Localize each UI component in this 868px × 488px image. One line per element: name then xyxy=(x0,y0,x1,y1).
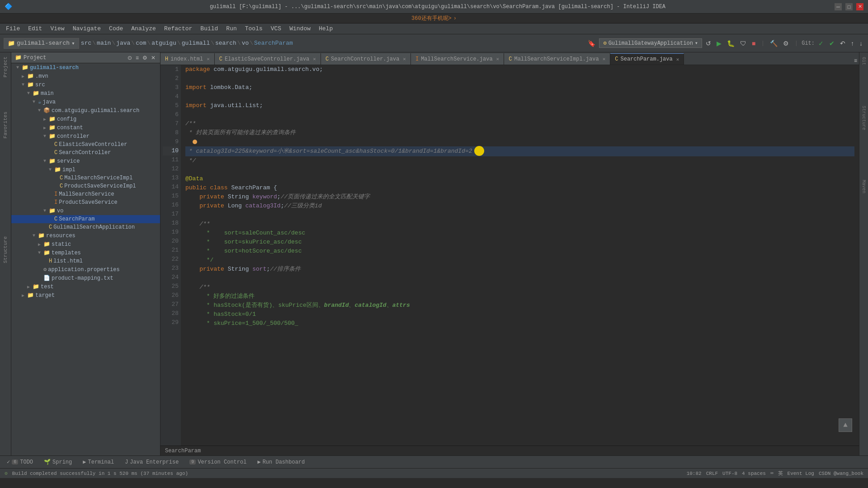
tree-constant[interactable]: ▶ 📁 constant xyxy=(11,123,160,132)
tree-list-html[interactable]: ▶ H list.html xyxy=(11,257,160,265)
tab-overflow-button[interactable]: ≡ xyxy=(852,56,859,65)
tree-controller[interactable]: ▼ 📁 controller xyxy=(11,132,160,141)
settings-tree-button[interactable]: ⚙ xyxy=(142,55,148,61)
tree-src[interactable]: ▼ 📁 src xyxy=(11,80,160,89)
minimize-button[interactable]: ─ xyxy=(835,3,842,10)
close-button[interactable]: ✕ xyxy=(856,3,863,10)
menu-tools[interactable]: Tools xyxy=(241,24,266,33)
scroll-up-button[interactable]: ▲ xyxy=(839,418,852,432)
tree-static[interactable]: ▶ 📁 static xyxy=(11,240,160,249)
menu-analyze[interactable]: Analyze xyxy=(127,24,160,33)
tab-mall-search-impl[interactable]: C MallSearchServiceImpl.java ✕ xyxy=(504,53,610,65)
tree-mall-search-impl[interactable]: ▶ C MallSearchServiceImpl xyxy=(11,174,160,182)
debug-button[interactable]: 🐛 xyxy=(725,39,736,48)
menu-edit[interactable]: Edit xyxy=(24,24,46,33)
close-panel-button[interactable]: ✕ xyxy=(150,55,156,61)
menu-run[interactable]: Run xyxy=(222,24,240,33)
tree-elastic-save[interactable]: ▶ C ElasticSaveController xyxy=(11,141,160,149)
sync-button[interactable]: ⊙ xyxy=(127,55,133,61)
tree-config[interactable]: ▶ 📁 config xyxy=(11,115,160,123)
tree-target[interactable]: ▶ 📁 target xyxy=(11,291,160,300)
close-tab-mall-impl[interactable]: ✕ xyxy=(603,56,606,62)
tree-search-controller[interactable]: ▶ C SearchController xyxy=(11,149,160,157)
tree-product-save-impl[interactable]: ▶ C ProductSaveServiceImpl xyxy=(11,182,160,190)
run-config-selector[interactable]: ⚙ GulimallGatewayApplication ▾ xyxy=(599,38,702,48)
git-tick-button[interactable]: ✔ xyxy=(827,39,836,48)
code-content[interactable]: package com.atguigu.gulimall.search.vo; … xyxy=(181,65,859,446)
tree-templates[interactable]: ▼ 📁 templates xyxy=(11,249,160,257)
tree-main[interactable]: ▼ 📁 main xyxy=(11,89,160,98)
run-button[interactable]: ▶ xyxy=(715,39,723,48)
terminal-tab[interactable]: ▶ Terminal xyxy=(78,458,118,466)
project-sidebar-icon[interactable]: Project xyxy=(2,55,9,79)
structure-right-icon[interactable]: Structure xyxy=(861,106,866,130)
tree-resources[interactable]: ▼ 📁 resources xyxy=(11,231,160,240)
menu-view[interactable]: View xyxy=(47,24,68,33)
code-editor[interactable]: 1 2 3 4 5 6 7 8 9 10 11 12 13 14 15 16 1… xyxy=(160,65,859,446)
project-selector[interactable]: 📁 gulimall-search ▾ xyxy=(4,38,79,49)
spring-tab[interactable]: 🌱 Spring xyxy=(39,458,76,466)
refresh-button[interactable]: ↺ xyxy=(704,39,713,48)
stop-button[interactable]: ■ xyxy=(750,39,757,48)
close-tab-elastic[interactable]: ✕ xyxy=(313,56,316,62)
tree-service[interactable]: ▼ 📁 service xyxy=(11,157,160,165)
maven-icon[interactable]: Maven xyxy=(861,180,866,193)
tree-search-param[interactable]: ▶ C SearchParam xyxy=(11,215,160,223)
menu-vcs[interactable]: VCS xyxy=(267,24,285,33)
bookmark-button[interactable]: 🔖 xyxy=(586,39,597,48)
run-dashboard-tab[interactable]: ▶ Run Dashboard xyxy=(253,458,309,466)
keyboard-icon[interactable]: ⌨ xyxy=(770,470,774,476)
breadcrumb-main[interactable]: main xyxy=(97,40,111,47)
menu-file[interactable]: File xyxy=(2,24,24,33)
breadcrumb-java[interactable]: java xyxy=(116,40,130,47)
breadcrumb-gulimall[interactable]: gulimall xyxy=(182,40,210,47)
maximize-button[interactable]: □ xyxy=(845,3,853,10)
java-enterprise-tab[interactable]: J Java Enterprise xyxy=(120,458,183,466)
coverage-button[interactable]: 🛡 xyxy=(738,39,748,48)
tree-app-props[interactable]: ▶ ⚙ application.properties xyxy=(11,265,160,274)
tree-mvn[interactable]: ▶ 📁 .mvn xyxy=(11,72,160,80)
git-pull-button[interactable]: ↓ xyxy=(858,39,864,48)
todo-tab[interactable]: ✓ 6 TODO xyxy=(2,458,38,466)
breadcrumb-file[interactable]: SearchParam xyxy=(254,40,293,47)
menu-help[interactable]: Help xyxy=(315,24,336,33)
breadcrumb-atguigu[interactable]: atguigu xyxy=(151,40,176,47)
breadcrumb-com[interactable]: com xyxy=(136,40,146,47)
event-log[interactable]: Event Log xyxy=(788,471,814,476)
tree-package[interactable]: ▼ 📦 com.atguigu.gulimall.search xyxy=(11,106,160,115)
favorites-sidebar-icon[interactable]: Favorites xyxy=(2,110,9,140)
version-control-tab[interactable]: 9 Version Control xyxy=(185,458,251,466)
tab-elastic-save[interactable]: C ElasticSaveController.java ✕ xyxy=(215,53,321,65)
close-tab-search-ctrl[interactable]: ✕ xyxy=(403,56,406,62)
menu-refactor[interactable]: Refactor xyxy=(160,24,196,33)
git-push-button[interactable]: ↑ xyxy=(849,39,856,48)
tree-app[interactable]: ▶ C GulimallSearchApplication xyxy=(11,223,160,231)
menu-build[interactable]: Build xyxy=(197,24,222,33)
tree-root[interactable]: ▼ 📁 gulimall-search xyxy=(11,63,160,72)
indent-setting[interactable]: 4 spaces xyxy=(742,471,766,476)
lang-switch[interactable]: 英 xyxy=(778,470,783,477)
git-sidebar-icon[interactable]: Git xyxy=(861,57,866,65)
menu-window[interactable]: Window xyxy=(286,24,314,33)
tree-vo[interactable]: ▼ 📁 vo xyxy=(11,206,160,215)
tree-test[interactable]: ▶ 📁 test xyxy=(11,282,160,291)
tree-product-mapping[interactable]: ▶ 📄 product-mapping.txt xyxy=(11,274,160,282)
tab-index-html[interactable]: H index.html ✕ xyxy=(160,53,215,65)
menu-navigate[interactable]: Navigate xyxy=(69,24,104,33)
cursor-position[interactable]: 10:82 xyxy=(687,471,702,476)
tab-mall-search-service[interactable]: I MallSearchService.java ✕ xyxy=(411,53,504,65)
tree-impl[interactable]: ▼ 📁 impl xyxy=(11,165,160,174)
tree-product-save-service[interactable]: ▶ I ProductSaveService xyxy=(11,198,160,206)
line-ending[interactable]: CRLF xyxy=(706,471,718,476)
breadcrumb-src[interactable]: src xyxy=(81,40,91,47)
breadcrumb-vo[interactable]: vo xyxy=(242,40,249,47)
structure-sidebar-icon[interactable]: Structure xyxy=(2,235,9,265)
encoding[interactable]: UTF-8 xyxy=(722,471,737,476)
build-button[interactable]: 🔨 xyxy=(768,39,779,48)
breadcrumb-search[interactable]: search xyxy=(215,40,236,47)
settings-button[interactable]: ⚙ xyxy=(781,39,791,48)
close-tab-search-param[interactable]: ✕ xyxy=(676,56,679,62)
collapse-button[interactable]: ≡ xyxy=(135,55,140,61)
tree-java[interactable]: ▼ ☕ java xyxy=(11,98,160,106)
tab-search-param[interactable]: C SearchParam.java ✕ xyxy=(610,53,684,65)
